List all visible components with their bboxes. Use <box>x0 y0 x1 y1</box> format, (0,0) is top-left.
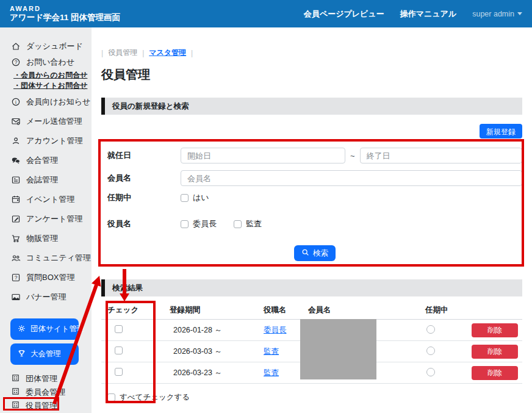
chairman-option-label: 委員長 <box>193 218 217 229</box>
operation-manual-link[interactable]: 操作マニュアル <box>400 9 457 20</box>
table-header-row: チェック 登録期間 役職名 会員名 任期中 <box>101 301 522 320</box>
sidebar-item-label: 物販管理 <box>26 233 58 244</box>
page-title: 役員管理 <box>101 66 522 83</box>
sidebar-item-organization-management[interactable]: 団体管理 <box>0 372 92 385</box>
auditor-checkbox[interactable] <box>234 220 242 228</box>
sidebar-item-label: お問い合わせ <box>26 57 74 68</box>
check-all-checkbox[interactable] <box>107 393 115 401</box>
sidebar-item-officer-management[interactable]: 役員管理 <box>0 399 92 412</box>
header-in-term: 任期中 <box>425 305 472 315</box>
row-period: 2026-01-28 ～ <box>162 325 264 336</box>
breadcrumb-separator: | <box>191 49 193 57</box>
member-page-preview-link[interactable]: 会員ページプレビュー <box>304 9 384 20</box>
member-name-label: 会員名 <box>107 173 181 184</box>
sidebar-item-meeting-management[interactable]: 会合管理 <box>0 153 92 168</box>
building-icon <box>11 373 20 384</box>
row-actions: 削除 <box>472 366 522 380</box>
site-management-button[interactable]: 団体サイト管理 <box>10 318 79 340</box>
sidebar-item-question-box-management[interactable]: ? 質問BOX管理 <box>0 270 92 286</box>
row-checkbox[interactable] <box>115 347 123 354</box>
sidebar-item-inquiries[interactable]: ? お問い合わせ <box>0 54 92 70</box>
in-term-checkbox[interactable] <box>181 194 189 202</box>
sidebar-item-label: アンケート管理 <box>26 214 82 224</box>
row-actions: 削除 <box>472 323 522 337</box>
check-all-label: すべてチェックする <box>120 392 190 403</box>
sidebar-item-banner-management[interactable]: バナー管理 <box>0 289 92 305</box>
sidebar-item-journal-management[interactable]: 会誌管理 <box>0 172 92 188</box>
in-term-label: 任期中 <box>107 192 181 203</box>
row-role-link[interactable]: 監査 <box>264 347 279 356</box>
sidebar-item-label: 委員会管理 <box>26 387 65 398</box>
person-icon <box>11 136 21 146</box>
end-date-input[interactable] <box>360 148 522 163</box>
in-term-radio[interactable] <box>426 368 435 376</box>
sidebar-item-survey-management[interactable]: アンケート管理 <box>0 211 92 227</box>
convention-management-button[interactable]: 大会管理 <box>10 343 79 365</box>
breadcrumb-master-management-link[interactable]: マスタ管理 <box>149 48 186 58</box>
row-checkbox[interactable] <box>115 325 123 333</box>
in-term-radio[interactable] <box>426 325 435 334</box>
sidebar-item-label: 会員向けお知らせ <box>26 96 90 107</box>
sidebar-item-label: 質問BOX管理 <box>26 272 74 283</box>
chairman-checkbox[interactable] <box>181 220 189 228</box>
sidebar-sublink-site-inquiries[interactable]: ・団体サイトお問合せ <box>0 81 92 91</box>
search-button[interactable]: 検索 <box>294 245 336 261</box>
user-name: super admin <box>472 10 514 18</box>
row-checkbox-cell <box>101 325 162 335</box>
new-register-button[interactable]: 新規登録 <box>480 124 522 138</box>
convention-management-label: 大会管理 <box>31 349 61 359</box>
row-role-link[interactable]: 委員長 <box>264 326 287 334</box>
member-name-input[interactable] <box>181 170 522 186</box>
redacted-member-names <box>300 319 376 379</box>
building-icon <box>11 387 20 398</box>
sidebar-item-account-management[interactable]: アカウント管理 <box>0 133 92 149</box>
sidebar-item-label: ダッシュボード <box>26 41 83 52</box>
sidebar-item-dashboard[interactable]: ダッシュボード <box>0 38 92 54</box>
sidebar-item-event-management[interactable]: イベント管理 <box>0 192 92 207</box>
member-name-row: 会員名 <box>107 170 522 186</box>
sidebar-item-merchandise-management[interactable]: 物販管理 <box>0 231 92 246</box>
sidebar-item-member-notices[interactable]: i 会員向けお知らせ <box>0 94 92 110</box>
sidebar-item-label: 会誌管理 <box>26 174 58 185</box>
delete-button[interactable]: 削除 <box>472 323 518 337</box>
sidebar-item-committee-management[interactable]: 委員会管理 <box>0 386 92 398</box>
row-in-term-cell <box>425 368 472 378</box>
auditor-option-label: 監査 <box>246 218 262 229</box>
delete-button[interactable]: 削除 <box>472 366 518 380</box>
sidebar-sublink-member-inquiries[interactable]: ・会員からのお問合せ <box>0 70 92 81</box>
sidebar-item-label: 会合管理 <box>26 155 58 166</box>
site-management-label: 団体サイト管理 <box>31 324 84 334</box>
question-box-icon: ? <box>11 273 21 282</box>
auditor-option: 監査 <box>234 218 262 229</box>
sidebar-item-mail-management[interactable]: メール送信管理 <box>0 113 92 129</box>
new-register-row: 新規登録 <box>101 124 522 138</box>
row-checkbox-cell <box>101 347 162 356</box>
building-icon <box>11 400 20 411</box>
sidebar-item-label: イベント管理 <box>26 194 74 205</box>
member-name-controls <box>181 170 522 186</box>
sidebar-item-label: アカウント管理 <box>26 135 83 146</box>
question-circle-icon: ? <box>11 57 21 67</box>
in-term-row: 任期中 はい <box>107 193 522 203</box>
sidebar-item-label: メール送信管理 <box>26 116 82 127</box>
search-section-header: 役員の新規登録と検索 <box>101 98 522 115</box>
home-icon <box>11 41 21 51</box>
in-term-radio[interactable] <box>426 347 435 355</box>
app-title: アワード学会11 団体管理画面 <box>10 13 120 23</box>
start-date-input[interactable] <box>181 148 345 163</box>
row-checkbox-cell <box>101 368 162 378</box>
officer-name-label: 役員名 <box>107 218 181 229</box>
journal-icon <box>11 175 21 185</box>
sidebar-bottom-nav: 団体管理 委員会管理 役員管理 <box>0 372 92 412</box>
sidebar-item-community-management[interactable]: コミュニティ管理 <box>0 250 92 266</box>
sidebar: ダッシュボード ? お問い合わせ ・会員からのお問合せ ・団体サイトお問合せ i… <box>0 27 92 413</box>
search-icon <box>301 248 309 258</box>
header-period: 登録期間 <box>162 305 264 315</box>
row-role-link[interactable]: 監査 <box>264 368 279 377</box>
row-checkbox[interactable] <box>115 368 123 376</box>
user-menu[interactable]: super admin <box>472 10 522 18</box>
delete-button[interactable]: 削除 <box>472 345 518 359</box>
date-range-separator: ~ <box>350 151 355 160</box>
row-period: 2026-03-23 ～ <box>162 368 264 378</box>
row-in-term-cell <box>425 325 472 336</box>
